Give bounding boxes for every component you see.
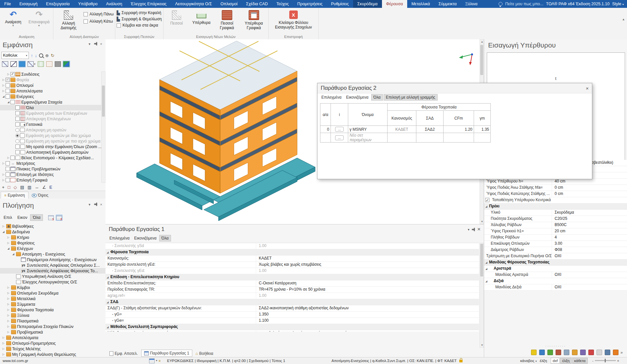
hammer-icon[interactable]	[580, 349, 586, 356]
property-section[interactable]: ◢Επίδοση - Επιτελεστικότητα Κτηρίου	[105, 274, 479, 280]
checkbox-icon[interactable]	[6, 167, 10, 171]
checkbox-icon[interactable]	[10, 100, 15, 104]
properties-select-icon[interactable]: ▥	[27, 184, 32, 190]
expander-icon[interactable]: ▷	[1, 84, 6, 87]
export-sheet-icon[interactable]	[547, 349, 554, 356]
checkbox-icon[interactable]	[10, 72, 15, 76]
checkbox-icon[interactable]	[6, 161, 10, 165]
checkbox-icon[interactable]	[15, 144, 20, 149]
ribbon-tab-Λειτουργικότητα Ο/Σ[interactable]: Λειτουργικότητα Ο/Σ	[171, 0, 216, 8]
table-view-icon[interactable]	[149, 358, 155, 363]
table-row-new[interactable]: ... Νέο σετ παραμέτρων	[320, 133, 491, 143]
ribbon-tab-Ρυθμίσεις[interactable]: Ρυθμίσεις	[327, 0, 353, 8]
cube-hiddenline-icon[interactable]	[10, 61, 17, 67]
property-row[interactable]: Ύψος Υπέρθυρου h=40 cm	[484, 179, 627, 185]
expander-icon[interactable]: ▷	[6, 73, 10, 76]
tab-selected[interactable]: Επιλεγμένα	[319, 94, 344, 100]
cell-name[interactable]: γ MSNRY	[348, 126, 388, 133]
tab-all[interactable]: Όλα	[159, 235, 171, 241]
expander-icon[interactable]: ◢	[484, 278, 488, 284]
polygon-select-icon[interactable]: ◇	[13, 184, 17, 190]
tree-item[interactable]: Υπερωθητική Ανάλυση Ο/Σ	[0, 274, 105, 279]
chevron-down-icon[interactable]: ▾	[88, 202, 90, 207]
cell-sad[interactable]: ΣΑΔ2	[416, 126, 444, 133]
paint-icon[interactable]	[588, 349, 595, 356]
lintels-graphic-button[interactable]: Υπέρθυρα Γραφικά	[241, 9, 267, 31]
style-menu[interactable]: Style ▾	[612, 2, 624, 6]
tree-item[interactable]: ▷Βέλος Εντοπισμού - Κλίμακες Σχεδίασ...	[0, 155, 105, 161]
measure-icon[interactable]: ↔	[34, 184, 40, 190]
tree-item[interactable]: ▷Επιλογή Γραφικά	[0, 177, 105, 183]
tree-item[interactable]: Γειτονικά	[0, 122, 105, 127]
tree-item[interactable]: γsΣυντελεστές Ασφάλειας Οπλισμένου Σ...	[0, 262, 105, 268]
property-row[interactable]: - γGe=1.100	[105, 318, 479, 324]
property-row[interactable]: Διάμετρος ΡάβδωνΦ08	[484, 247, 627, 253]
property-row[interactable]: Επίπεδο Επιτελεστικότητας:C-Οιονεί Κατάρ…	[105, 280, 479, 287]
cell-cfm[interactable]: 1.20	[444, 126, 474, 133]
tree-item[interactable]: ▷Φορτίσεις	[0, 240, 105, 246]
tree-item[interactable]: ▷Οπλισμένο Σκυρόδεμα	[0, 290, 105, 296]
tree-item[interactable]: ▷Τεύχος Μελέτης	[0, 346, 105, 352]
tree-item[interactable]: ▷Αποτελέσματα	[0, 335, 105, 340]
expander-icon[interactable]: ◢	[6, 101, 10, 104]
ribbon-tab-Υπόβαθρο[interactable]: Υπόβαθρο	[74, 0, 102, 8]
expander-icon[interactable]: ▷	[6, 297, 10, 300]
frame-model-alt-icon[interactable]	[46, 61, 53, 67]
property-section[interactable]: ◢ΣΑΔ	[105, 299, 479, 305]
tree-item[interactable]: Εμφάνιση μη ορατών με πιο αχνό χρώμα	[0, 138, 105, 144]
tree-item[interactable]: Απόκρυψη μη ορατών	[0, 127, 105, 133]
expander-icon[interactable]: ▷	[6, 325, 10, 328]
checkbox-icon[interactable]	[15, 117, 20, 121]
tree-item[interactable]: ▷Οπλισμοί	[0, 83, 105, 88]
tree-item[interactable]: Μη ορατά στην Εμφάνιση Όλων (Zoom ...	[0, 144, 105, 149]
checkbox-icon[interactable]	[6, 172, 10, 177]
tree-item[interactable]: ◢Ελέγχων	[0, 246, 105, 251]
tree-item[interactable]: ◢Ενέργειες	[0, 94, 105, 99]
expander-icon[interactable]: ▷	[1, 89, 6, 92]
expander-icon[interactable]: ▷	[1, 336, 6, 339]
angle-icon[interactable]: ∠	[42, 184, 47, 190]
snap-chip-toggle[interactable]: έλξη	[560, 358, 571, 364]
tree-item[interactable]: ▷Φορτία	[0, 77, 105, 83]
tree-item[interactable]: ▷Πλασματικά	[0, 318, 105, 324]
expander-icon[interactable]: ▷	[1, 225, 6, 228]
expander-icon[interactable]: ◢	[484, 266, 488, 272]
ribbon-tab-Ξύλινα[interactable]: Ξύλινα	[461, 0, 482, 8]
checkbox-icon[interactable]	[84, 12, 88, 16]
ribbon-tab-Φέρουσα[interactable]: Φέρουσα	[382, 0, 407, 8]
expander-icon[interactable]: ◢	[105, 274, 110, 280]
tree-item[interactable]: Εμφάνιση μη ορατών με ίδιο χρώμα	[0, 133, 105, 138]
tree-item[interactable]: ▷Μεταλλικά	[0, 296, 105, 301]
property-row[interactable]: Τοποθέτηση Υπέρθυρου Κεντρικά	[484, 197, 627, 203]
checkbox-icon[interactable]	[15, 105, 20, 110]
table-row[interactable]: 0 ... γ MSNRY ΚΑΔΕΤ ΣΑΔ2 1.20 1.35	[320, 126, 491, 133]
ribbon-tab-Εισαγωγή[interactable]: Εισαγωγή	[15, 0, 42, 8]
property-section[interactable]: ◢Μέθοδος Συντελεστή Συμπεριφοράς	[105, 324, 479, 330]
change-top-checkbox[interactable]: Αλλαγή Πάνω	[84, 12, 114, 16]
zoom-slider-thumb[interactable]	[605, 359, 606, 362]
lintels-button[interactable]: Υπέρθυρα	[190, 9, 213, 26]
tree-item[interactable]: ▷Επιλογή με Ιδιότητες	[0, 172, 105, 177]
close-icon[interactable]: ×	[100, 202, 102, 206]
property-row[interactable]: Ποιότητα ΣκυροδέματοςC20/25	[484, 216, 627, 222]
checkbox-icon[interactable]	[15, 122, 20, 126]
expander-icon[interactable]: ◢	[1, 95, 6, 98]
work-window-1-icon[interactable]: 1	[48, 215, 54, 221]
sphere-icon[interactable]	[612, 349, 619, 356]
tree-item[interactable]: Έλεγχος Λειτουργικότητας Ο/Σ	[0, 279, 105, 285]
perpendicular-toggle[interactable]: κάθετα	[572, 358, 588, 364]
change-bottom-checkbox[interactable]: Αλλαγή Κάτω	[84, 19, 114, 24]
property-row[interactable]: Τρίστρωτη με Εσωτερικό Πυρήνα Ο/ΣΟΧΙ	[484, 253, 627, 259]
checkbox-icon[interactable]	[6, 83, 10, 87]
scrollbar-thumb[interactable]	[480, 45, 483, 75]
property-row[interactable]: Πλήθος Ράβδων4	[484, 235, 627, 241]
ribbon-tab-Σχέδια CAD[interactable]: Σχέδια CAD	[242, 0, 272, 8]
work-window-2-icon[interactable]: 2	[56, 215, 63, 221]
ribbon-tab-Σκυρόδεμα[interactable]: Σκυρόδεμα	[353, 0, 382, 8]
cell-name-placeholder[interactable]: Νέο σετ παραμέτρων	[348, 133, 388, 143]
property-row[interactable]: Επικάλυψη Οπλισμών3.00	[484, 241, 627, 247]
tree-item[interactable]: γsΣυντελεστές Ασφάλειας Φέρουσας Το...	[0, 268, 105, 274]
expander-icon[interactable]: ▷	[6, 314, 10, 317]
property-row[interactable]: - Συντελεστής γEd:1.00	[105, 268, 479, 274]
grid-icon[interactable]	[604, 349, 611, 356]
